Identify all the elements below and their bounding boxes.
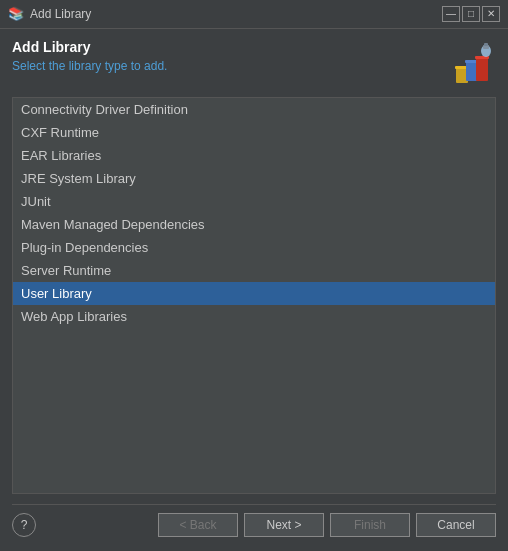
minimize-button[interactable]: — <box>442 6 460 22</box>
dialog-body: Add Library Select the library type to a… <box>0 29 508 551</box>
maximize-button[interactable]: □ <box>462 6 480 22</box>
title-bar-icon: 📚 <box>8 6 24 22</box>
close-button[interactable]: ✕ <box>482 6 500 22</box>
dialog-icon <box>448 39 496 87</box>
dialog-header-text: Add Library Select the library type to a… <box>12 39 438 73</box>
list-item[interactable]: Plug-in Dependencies <box>13 236 495 259</box>
list-item[interactable]: CXF Runtime <box>13 121 495 144</box>
help-button[interactable]: ? <box>12 513 36 537</box>
title-bar: 📚 Add Library — □ ✕ <box>0 0 508 29</box>
finish-button[interactable]: Finish <box>330 513 410 537</box>
title-bar-controls: — □ ✕ <box>442 6 500 22</box>
dialog-title: Add Library <box>12 39 438 55</box>
list-item[interactable]: Server Runtime <box>13 259 495 282</box>
dialog-footer: ? < Back Next > Finish Cancel <box>12 504 496 541</box>
footer-buttons: < Back Next > Finish Cancel <box>158 513 496 537</box>
library-list[interactable]: Connectivity Driver DefinitionCXF Runtim… <box>12 97 496 494</box>
svg-rect-4 <box>476 57 488 81</box>
list-item[interactable]: Web App Libraries <box>13 305 495 328</box>
list-item[interactable]: JRE System Library <box>13 167 495 190</box>
list-item[interactable]: EAR Libraries <box>13 144 495 167</box>
dialog-header: Add Library Select the library type to a… <box>12 39 496 87</box>
back-button[interactable]: < Back <box>158 513 238 537</box>
next-button[interactable]: Next > <box>244 513 324 537</box>
list-item[interactable]: JUnit <box>13 190 495 213</box>
list-item[interactable]: User Library <box>13 282 495 305</box>
title-bar-text: Add Library <box>30 7 442 21</box>
cancel-button[interactable]: Cancel <box>416 513 496 537</box>
dialog-subtitle: Select the library type to add. <box>12 59 438 73</box>
list-item[interactable]: Connectivity Driver Definition <box>13 98 495 121</box>
list-item[interactable]: Maven Managed Dependencies <box>13 213 495 236</box>
svg-rect-8 <box>484 43 488 46</box>
